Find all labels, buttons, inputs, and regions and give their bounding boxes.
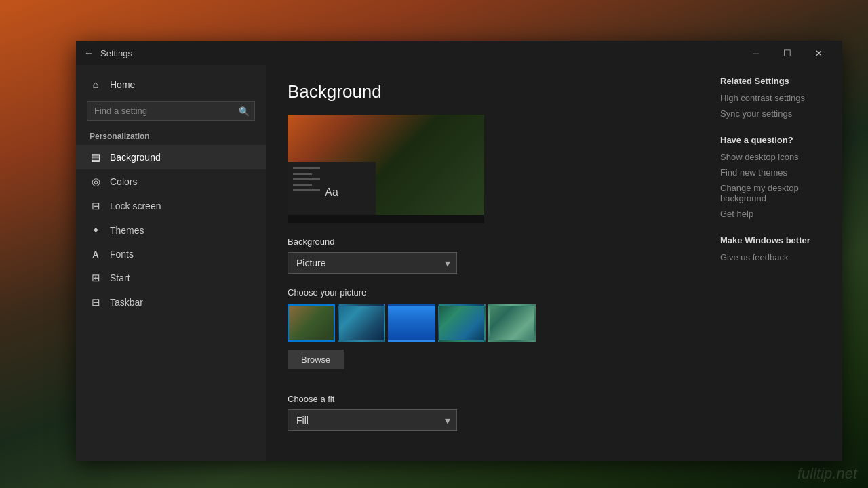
fit-dropdown-container: Fill Fit Stretch Tile Center Span ▾ xyxy=(288,409,457,431)
background-dropdown-container: Picture Solid color Slideshow ▾ xyxy=(288,252,457,274)
have-question-section: Have a question? Show desktop icons Find… xyxy=(720,135,829,219)
settings-window: ← Settings ─ ☐ ✕ ⌂ Home 🔍 Personalizatio… xyxy=(76,41,842,461)
fonts-icon: A xyxy=(90,249,102,260)
themes-icon: ✦ xyxy=(90,224,102,237)
sidebar-item-background[interactable]: ▤ Background xyxy=(76,145,266,169)
titlebar: ← Settings ─ ☐ ✕ xyxy=(76,41,842,65)
colors-icon: ◎ xyxy=(90,176,102,188)
sidebar-item-taskbar-label: Taskbar xyxy=(110,297,143,308)
give-feedback-link[interactable]: Give us feedback xyxy=(720,252,829,262)
sidebar: ⌂ Home 🔍 Personalization ▤ Background ◎ … xyxy=(76,65,266,461)
preview-line-1 xyxy=(293,167,320,169)
picture-grid xyxy=(288,304,685,342)
home-label: Home xyxy=(110,79,135,90)
choose-picture-label: Choose your picture xyxy=(288,287,685,298)
taskbar-icon: ⊟ xyxy=(90,296,102,308)
sidebar-item-home[interactable]: ⌂ Home xyxy=(76,73,266,96)
preview-lines xyxy=(293,167,320,191)
make-windows-better-section: Make Windows better Give us feedback xyxy=(720,235,829,262)
change-desktop-bg-link[interactable]: Change my desktop background xyxy=(720,183,829,203)
background-section-label: Background xyxy=(288,237,685,247)
fit-dropdown[interactable]: Fill Fit Stretch Tile Center Span xyxy=(288,409,457,431)
search-icon: 🔍 xyxy=(239,106,250,116)
sidebar-item-lock-screen[interactable]: ⊟ Lock screen xyxy=(76,194,266,218)
picture-thumb-3[interactable] xyxy=(388,304,435,342)
browse-button[interactable]: Browse xyxy=(288,350,344,369)
maximize-button[interactable]: ☐ xyxy=(772,42,803,64)
have-question-title: Have a question? xyxy=(720,135,829,145)
picture-thumb-5[interactable] xyxy=(488,304,536,342)
preview-aa-text: Aa xyxy=(325,186,338,199)
preview-line-4 xyxy=(293,184,312,186)
window-controls: ─ ☐ ✕ xyxy=(741,42,834,64)
get-help-link[interactable]: Get help xyxy=(720,209,829,219)
right-panel: Related Settings High contrast settings … xyxy=(707,65,842,461)
sidebar-item-themes[interactable]: ✦ Themes xyxy=(76,218,266,243)
lock-screen-icon: ⊟ xyxy=(90,200,102,212)
find-new-themes-link[interactable]: Find new themes xyxy=(720,167,829,178)
page-title: Background xyxy=(288,81,685,102)
background-icon: ▤ xyxy=(90,151,102,163)
high-contrast-link[interactable]: High contrast settings xyxy=(720,93,829,103)
sidebar-item-background-label: Background xyxy=(110,152,161,163)
preview-taskbar xyxy=(288,215,484,223)
start-icon: ⊞ xyxy=(90,272,102,284)
sidebar-item-fonts[interactable]: A Fonts xyxy=(76,243,266,266)
minimize-button[interactable]: ─ xyxy=(741,42,772,64)
main-content: Background Aa Background xyxy=(266,65,707,461)
sidebar-item-start-label: Start xyxy=(110,272,130,283)
sidebar-item-taskbar[interactable]: ⊟ Taskbar xyxy=(76,290,266,314)
close-button[interactable]: ✕ xyxy=(803,42,834,64)
background-dropdown[interactable]: Picture Solid color Slideshow xyxy=(288,252,457,274)
sidebar-item-fonts-label: Fonts xyxy=(110,249,134,260)
search-container: 🔍 xyxy=(87,101,255,121)
related-settings-title: Related Settings xyxy=(720,76,829,86)
preview-window-overlay: Aa xyxy=(288,162,376,223)
background-preview: Aa xyxy=(288,115,484,223)
sidebar-item-colors-label: Colors xyxy=(110,176,137,187)
show-desktop-icons-link[interactable]: Show desktop icons xyxy=(720,152,829,162)
home-icon: ⌂ xyxy=(90,79,102,90)
preview-line-5 xyxy=(293,189,320,191)
preview-line-3 xyxy=(293,178,320,180)
sidebar-item-lock-screen-label: Lock screen xyxy=(110,201,161,211)
window-title: Settings xyxy=(100,48,741,58)
make-better-title: Make Windows better xyxy=(720,235,829,245)
sidebar-item-colors[interactable]: ◎ Colors xyxy=(76,169,266,194)
picture-thumb-2[interactable] xyxy=(338,304,385,342)
sidebar-item-start[interactable]: ⊞ Start xyxy=(76,266,266,290)
sidebar-section-label: Personalization xyxy=(76,129,266,145)
back-button[interactable]: ← xyxy=(84,47,94,58)
picture-thumb-4[interactable] xyxy=(438,304,486,342)
preview-line-2 xyxy=(293,173,312,175)
sidebar-item-themes-label: Themes xyxy=(110,225,144,236)
search-input[interactable] xyxy=(87,101,255,121)
sync-settings-link[interactable]: Sync your settings xyxy=(720,108,829,119)
picture-thumb-1[interactable] xyxy=(288,304,335,342)
choose-fit-label: Choose a fit xyxy=(288,394,685,404)
content-area: ⌂ Home 🔍 Personalization ▤ Background ◎ … xyxy=(76,65,842,461)
